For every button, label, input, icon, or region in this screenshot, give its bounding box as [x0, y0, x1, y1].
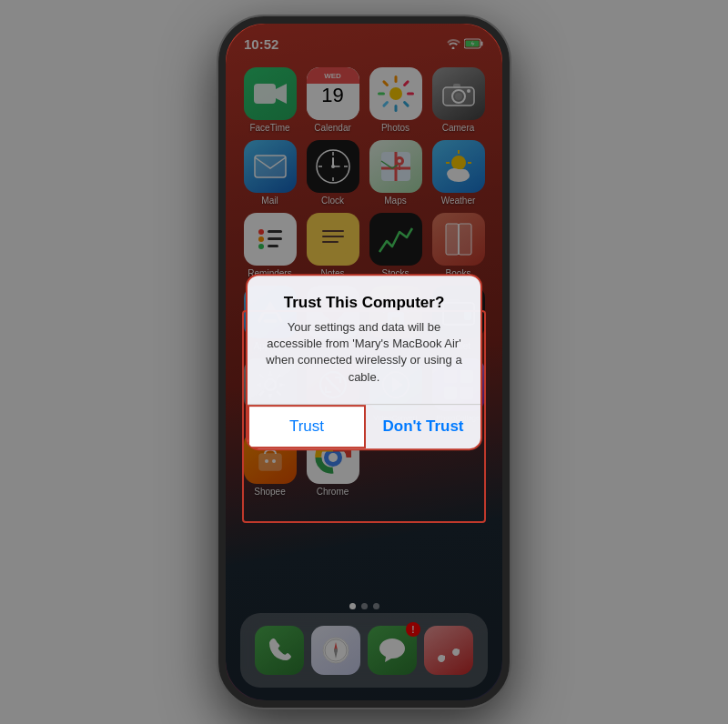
- alert-title: Trust This Computer?: [262, 294, 466, 312]
- alert-content: Trust This Computer? Your settings and d…: [248, 276, 480, 393]
- dont-trust-button[interactable]: Don't Trust: [366, 405, 480, 448]
- alert-buttons: Trust Don't Trust: [248, 404, 480, 448]
- alert-dialog: Trust This Computer? Your settings and d…: [246, 274, 482, 450]
- alert-message: Your settings and data will be accessibl…: [262, 319, 466, 386]
- trust-button[interactable]: Trust: [248, 405, 366, 448]
- phone-frame: 10:52: [218, 16, 510, 708]
